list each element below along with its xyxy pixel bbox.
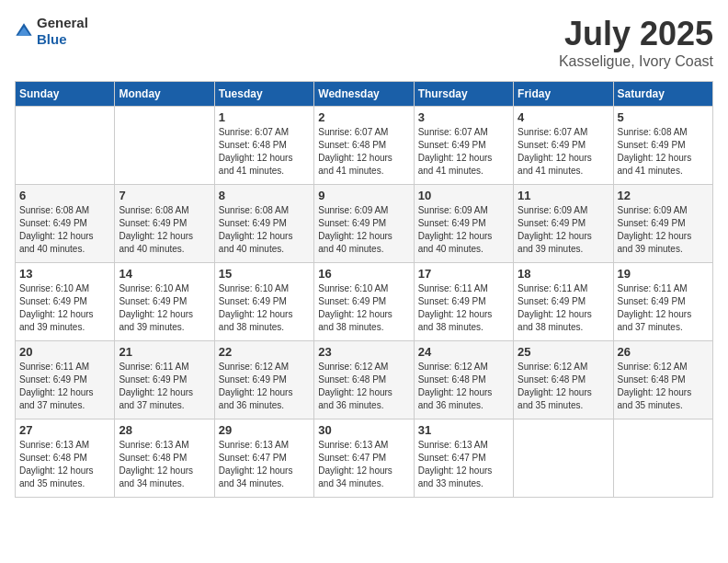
day-info: Sunrise: 6:11 AM Sunset: 6:49 PM Dayligh… <box>19 361 110 412</box>
calendar-cell: 6Sunrise: 6:08 AM Sunset: 6:49 PM Daylig… <box>16 185 115 263</box>
day-info: Sunrise: 6:12 AM Sunset: 6:48 PM Dayligh… <box>418 361 509 412</box>
day-number: 4 <box>518 110 609 124</box>
day-info: Sunrise: 6:09 AM Sunset: 6:49 PM Dayligh… <box>518 204 609 256</box>
location-title: Kasseligue, Ivory Coast <box>559 53 713 70</box>
day-info: Sunrise: 6:09 AM Sunset: 6:49 PM Dayligh… <box>418 204 509 256</box>
calendar-cell: 29Sunrise: 6:13 AM Sunset: 6:47 PM Dayli… <box>214 419 313 498</box>
calendar-cell: 16Sunrise: 6:10 AM Sunset: 6:49 PM Dayli… <box>314 263 414 341</box>
calendar-cell: 7Sunrise: 6:08 AM Sunset: 6:49 PM Daylig… <box>115 185 214 263</box>
calendar-cell: 5Sunrise: 6:08 AM Sunset: 6:49 PM Daylig… <box>613 107 712 185</box>
week-row-4: 20Sunrise: 6:11 AM Sunset: 6:49 PM Dayli… <box>16 341 713 419</box>
calendar-cell: 11Sunrise: 6:09 AM Sunset: 6:49 PM Dayli… <box>514 185 613 263</box>
weekday-header-tuesday: Tuesday <box>214 82 313 107</box>
day-info: Sunrise: 6:07 AM Sunset: 6:48 PM Dayligh… <box>219 126 310 178</box>
day-number: 18 <box>518 267 609 281</box>
calendar-cell: 15Sunrise: 6:10 AM Sunset: 6:49 PM Dayli… <box>214 263 313 341</box>
day-number: 26 <box>618 345 709 359</box>
weekday-header-row: SundayMondayTuesdayWednesdayThursdayFrid… <box>16 82 713 107</box>
day-number: 30 <box>318 423 409 437</box>
week-row-1: 1Sunrise: 6:07 AM Sunset: 6:48 PM Daylig… <box>16 107 713 185</box>
calendar-cell: 17Sunrise: 6:11 AM Sunset: 6:49 PM Dayli… <box>414 263 513 341</box>
day-info: Sunrise: 6:11 AM Sunset: 6:49 PM Dayligh… <box>418 282 509 334</box>
calendar-cell <box>115 107 214 185</box>
day-info: Sunrise: 6:07 AM Sunset: 6:49 PM Dayligh… <box>518 126 609 178</box>
day-info: Sunrise: 6:08 AM Sunset: 6:49 PM Dayligh… <box>19 204 110 256</box>
header: General Blue July 2025 Kasseligue, Ivory… <box>15 15 713 70</box>
calendar-cell: 23Sunrise: 6:12 AM Sunset: 6:48 PM Dayli… <box>314 341 414 419</box>
calendar-cell: 28Sunrise: 6:13 AM Sunset: 6:48 PM Dayli… <box>115 419 214 498</box>
calendar-cell: 12Sunrise: 6:09 AM Sunset: 6:49 PM Dayli… <box>613 185 712 263</box>
day-number: 22 <box>219 345 310 359</box>
month-title: July 2025 <box>559 15 713 53</box>
logo-text: General Blue <box>37 15 88 48</box>
day-number: 10 <box>418 189 509 202</box>
calendar-cell: 18Sunrise: 6:11 AM Sunset: 6:49 PM Dayli… <box>514 263 613 341</box>
calendar-cell <box>613 419 712 498</box>
day-number: 25 <box>518 345 609 359</box>
day-info: Sunrise: 6:13 AM Sunset: 6:48 PM Dayligh… <box>19 439 110 490</box>
day-info: Sunrise: 6:08 AM Sunset: 6:49 PM Dayligh… <box>119 204 210 256</box>
day-number: 24 <box>418 345 509 359</box>
day-info: Sunrise: 6:13 AM Sunset: 6:47 PM Dayligh… <box>219 439 310 490</box>
calendar-cell: 14Sunrise: 6:10 AM Sunset: 6:49 PM Dayli… <box>115 263 214 341</box>
day-info: Sunrise: 6:11 AM Sunset: 6:49 PM Dayligh… <box>119 361 210 412</box>
logo-icon <box>15 22 33 40</box>
calendar-cell: 19Sunrise: 6:11 AM Sunset: 6:49 PM Dayli… <box>613 263 712 341</box>
day-number: 19 <box>618 267 709 281</box>
day-info: Sunrise: 6:08 AM Sunset: 6:49 PM Dayligh… <box>219 204 310 256</box>
weekday-header-wednesday: Wednesday <box>314 82 414 107</box>
calendar-cell: 24Sunrise: 6:12 AM Sunset: 6:48 PM Dayli… <box>414 341 513 419</box>
day-info: Sunrise: 6:12 AM Sunset: 6:48 PM Dayligh… <box>518 361 609 412</box>
day-info: Sunrise: 6:09 AM Sunset: 6:49 PM Dayligh… <box>618 204 709 256</box>
day-info: Sunrise: 6:10 AM Sunset: 6:49 PM Dayligh… <box>19 282 110 334</box>
calendar-cell: 30Sunrise: 6:13 AM Sunset: 6:47 PM Dayli… <box>314 419 414 498</box>
calendar-cell: 26Sunrise: 6:12 AM Sunset: 6:48 PM Dayli… <box>613 341 712 419</box>
calendar-cell: 27Sunrise: 6:13 AM Sunset: 6:48 PM Dayli… <box>16 419 115 498</box>
day-number: 7 <box>119 189 210 202</box>
day-info: Sunrise: 6:08 AM Sunset: 6:49 PM Dayligh… <box>618 126 709 178</box>
day-number: 27 <box>19 423 110 437</box>
calendar-cell: 20Sunrise: 6:11 AM Sunset: 6:49 PM Dayli… <box>16 341 115 419</box>
day-info: Sunrise: 6:12 AM Sunset: 6:49 PM Dayligh… <box>219 361 310 412</box>
week-row-3: 13Sunrise: 6:10 AM Sunset: 6:49 PM Dayli… <box>16 263 713 341</box>
day-number: 12 <box>618 189 709 202</box>
weekday-header-saturday: Saturday <box>613 82 712 107</box>
calendar-cell: 22Sunrise: 6:12 AM Sunset: 6:49 PM Dayli… <box>214 341 313 419</box>
day-info: Sunrise: 6:07 AM Sunset: 6:48 PM Dayligh… <box>318 126 409 178</box>
weekday-header-sunday: Sunday <box>16 82 115 107</box>
calendar-cell: 1Sunrise: 6:07 AM Sunset: 6:48 PM Daylig… <box>214 107 313 185</box>
week-row-2: 6Sunrise: 6:08 AM Sunset: 6:49 PM Daylig… <box>16 185 713 263</box>
calendar-cell: 25Sunrise: 6:12 AM Sunset: 6:48 PM Dayli… <box>514 341 613 419</box>
day-info: Sunrise: 6:09 AM Sunset: 6:49 PM Dayligh… <box>318 204 409 256</box>
day-info: Sunrise: 6:12 AM Sunset: 6:48 PM Dayligh… <box>618 361 709 412</box>
day-number: 8 <box>219 189 310 202</box>
day-number: 9 <box>318 189 409 202</box>
calendar-table: SundayMondayTuesdayWednesdayThursdayFrid… <box>15 81 713 498</box>
day-number: 23 <box>318 345 409 359</box>
day-number: 5 <box>618 110 709 124</box>
logo-general: General <box>37 15 88 30</box>
day-info: Sunrise: 6:13 AM Sunset: 6:47 PM Dayligh… <box>318 439 409 490</box>
weekday-header-monday: Monday <box>115 82 214 107</box>
day-info: Sunrise: 6:12 AM Sunset: 6:48 PM Dayligh… <box>318 361 409 412</box>
day-number: 17 <box>418 267 509 281</box>
calendar-cell: 4Sunrise: 6:07 AM Sunset: 6:49 PM Daylig… <box>514 107 613 185</box>
day-number: 1 <box>219 110 310 124</box>
day-number: 21 <box>119 345 210 359</box>
day-info: Sunrise: 6:13 AM Sunset: 6:48 PM Dayligh… <box>119 439 210 490</box>
calendar-cell: 21Sunrise: 6:11 AM Sunset: 6:49 PM Dayli… <box>115 341 214 419</box>
day-number: 28 <box>119 423 210 437</box>
day-number: 3 <box>418 110 509 124</box>
day-number: 13 <box>19 267 110 281</box>
calendar-cell <box>514 419 613 498</box>
title-area: July 2025 Kasseligue, Ivory Coast <box>559 15 713 70</box>
weekday-header-thursday: Thursday <box>414 82 513 107</box>
day-number: 2 <box>318 110 409 124</box>
day-number: 15 <box>219 267 310 281</box>
calendar-cell: 13Sunrise: 6:10 AM Sunset: 6:49 PM Dayli… <box>16 263 115 341</box>
logo: General Blue <box>15 15 88 48</box>
day-info: Sunrise: 6:11 AM Sunset: 6:49 PM Dayligh… <box>618 282 709 334</box>
day-number: 31 <box>418 423 509 437</box>
day-info: Sunrise: 6:11 AM Sunset: 6:49 PM Dayligh… <box>518 282 609 334</box>
day-number: 16 <box>318 267 409 281</box>
